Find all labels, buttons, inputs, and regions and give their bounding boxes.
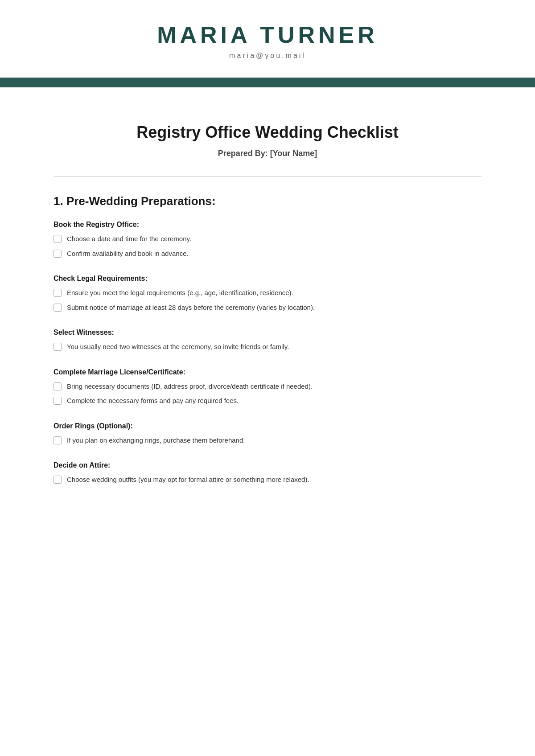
checklist-text: Confirm availability and book in advance…	[67, 249, 189, 259]
subsection-select-witnesses-title: Select Witnesses:	[54, 329, 482, 337]
checkbox[interactable]	[54, 304, 62, 312]
subsection-legal-requirements-title: Check Legal Requirements:	[54, 275, 482, 283]
page-header: MARIA TURNER maria@you.mail	[0, 0, 535, 70]
subsection-select-witnesses: Select Witnesses: You usually need two w…	[54, 329, 482, 352]
subsection-book-registry-title: Book the Registry Office:	[54, 221, 482, 229]
subsection-legal-requirements: Check Legal Requirements: Ensure you mee…	[54, 275, 482, 312]
checklist-item: Confirm availability and book in advance…	[54, 249, 482, 259]
checkbox[interactable]	[54, 397, 62, 405]
checklist-item: You usually need two witnesses at the ce…	[54, 342, 482, 352]
subsection-attire: Decide on Attire: Choose wedding outfits…	[54, 461, 482, 485]
prepared-by: Prepared By: [Your Name]	[54, 149, 482, 158]
subsection-marriage-license: Complete Marriage License/Certificate: B…	[54, 368, 482, 406]
checklist-text: Ensure you meet the legal requirements (…	[67, 288, 293, 298]
section-divider	[54, 176, 482, 177]
subsection-order-rings: Order Rings (Optional): If you plan on e…	[54, 422, 482, 446]
checkbox[interactable]	[54, 436, 62, 444]
checklist-text: If you plan on exchanging rings, purchas…	[67, 436, 245, 446]
checkbox[interactable]	[54, 476, 62, 484]
section-1-title: 1. Pre-Wedding Preparations:	[54, 194, 482, 208]
checkbox[interactable]	[54, 343, 62, 351]
checkbox[interactable]	[54, 382, 62, 390]
checkbox[interactable]	[54, 235, 62, 243]
checklist-item: Complete the necessary forms and pay any…	[54, 396, 482, 406]
checklist-text: Submit notice of marriage at least 28 da…	[67, 303, 315, 313]
checklist-item: Ensure you meet the legal requirements (…	[54, 288, 482, 298]
document-title: Registry Office Wedding Checklist	[54, 123, 482, 142]
checklist-item: Submit notice of marriage at least 28 da…	[54, 303, 482, 313]
subsection-book-registry: Book the Registry Office: Choose a date …	[54, 221, 482, 259]
checklist-text: Complete the necessary forms and pay any…	[67, 396, 239, 406]
checklist-text: Choose a date and time for the ceremony.	[67, 234, 191, 244]
checklist-item: Choose wedding outfits (you may opt for …	[54, 475, 482, 485]
checklist-item: If you plan on exchanging rings, purchas…	[54, 436, 482, 446]
prepared-by-value: [Your Name]	[270, 149, 317, 158]
checkbox[interactable]	[54, 250, 62, 258]
checklist-item: Choose a date and time for the ceremony.	[54, 234, 482, 244]
subsection-order-rings-title: Order Rings (Optional):	[54, 422, 482, 430]
checklist-text: Bring necessary documents (ID, address p…	[67, 382, 313, 392]
prepared-by-label: Prepared By:	[218, 149, 270, 158]
checklist-item: Bring necessary documents (ID, address p…	[54, 382, 482, 392]
main-content: Registry Office Wedding Checklist Prepar…	[0, 87, 535, 537]
author-email: maria@you.mail	[0, 52, 535, 60]
checklist-text: Choose wedding outfits (you may opt for …	[67, 475, 309, 485]
subsection-attire-title: Decide on Attire:	[54, 461, 482, 469]
checkbox[interactable]	[54, 289, 62, 297]
accent-bar	[0, 78, 535, 87]
author-name: MARIA TURNER	[0, 21, 535, 48]
checklist-text: You usually need two witnesses at the ce…	[67, 342, 289, 352]
subsection-marriage-license-title: Complete Marriage License/Certificate:	[54, 368, 482, 376]
